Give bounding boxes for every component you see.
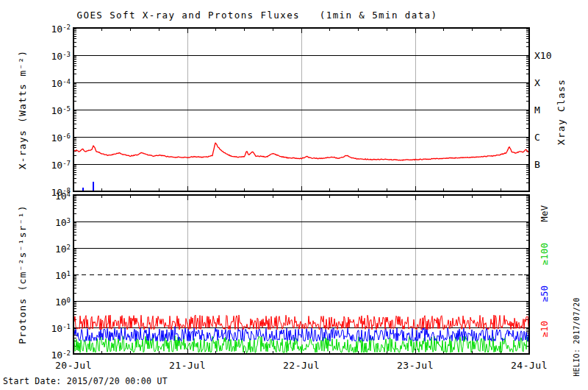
- proton-y-tick-label: 101: [28, 269, 71, 280]
- proton-y-tick-label: 103: [28, 216, 71, 227]
- proton-y-tick-label: 104: [28, 190, 71, 201]
- plot-canvas: [0, 0, 588, 390]
- chart-title: GOES Soft X-ray and Protons Fluxes (1min…: [77, 10, 438, 21]
- xray-class-label-b: B: [534, 160, 540, 169]
- xray-y-axis-title: X-rays (Watts m⁻²): [17, 50, 28, 169]
- xray-class-label-m: M: [534, 105, 540, 115]
- xray-class-axis-title: Xray Class: [556, 79, 567, 145]
- xray-y-tick-label: 10-5: [28, 104, 71, 116]
- start-date-label: Start Date: 2015/07/20 00:00 UT: [3, 376, 168, 386]
- xray-class-label-x: X: [534, 78, 540, 88]
- xray-class-label-x10: X10: [534, 51, 551, 60]
- proton-legend-label-ge100: ≥100: [539, 243, 550, 266]
- proton-y-tick-label: 100: [28, 296, 71, 307]
- proton-y-axis-title: Protons (cm⁻²s⁻¹sr⁻¹): [17, 205, 28, 344]
- x-tick-label: 21-Jul: [169, 360, 206, 371]
- x-tick-label: 24-Jul: [511, 360, 548, 371]
- x-tick-label: 20-Jul: [55, 360, 92, 371]
- xray-class-label-c: C: [534, 132, 540, 142]
- x-tick-label: 23-Jul: [397, 360, 434, 371]
- xray-y-tick-label: 10-3: [28, 50, 71, 61]
- xray-y-tick-label: 10-6: [28, 132, 71, 143]
- proton-y-tick-label: 102: [28, 243, 71, 254]
- xray-y-tick-label: 10-7: [28, 159, 71, 170]
- proton-y-tick-label: 10-1: [28, 322, 71, 333]
- watermark-label: HELIO: 2017/07/20: [573, 297, 581, 376]
- xray-y-tick-label: 10-4: [28, 77, 71, 88]
- goes-flux-chart: GOES Soft X-ray and Protons Fluxes (1min…: [0, 0, 588, 390]
- proton-legend-label-ge50: ≥50: [539, 285, 550, 302]
- xray-y-tick-label: 10-2: [28, 23, 71, 34]
- proton-legend-label-ge10: ≥10: [539, 320, 550, 337]
- proton-legend-title: MeV: [539, 205, 550, 221]
- proton-y-tick-label: 10-2: [28, 349, 71, 360]
- x-tick-label: 22-Jul: [283, 360, 320, 371]
